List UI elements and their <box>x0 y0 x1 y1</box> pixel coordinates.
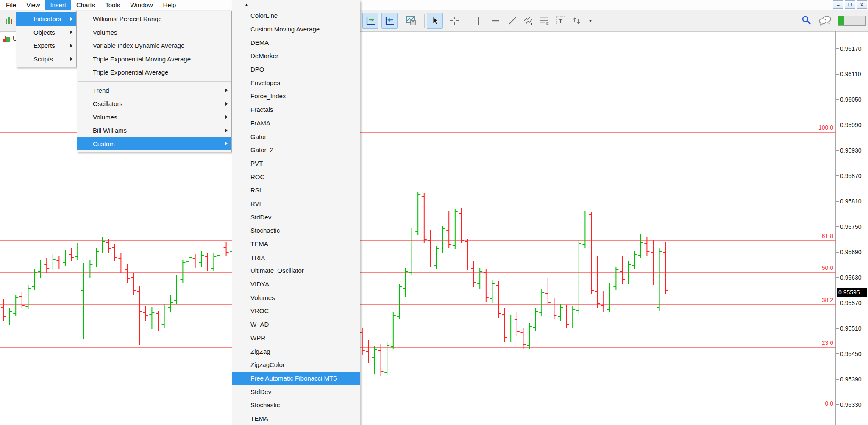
arrows-icon <box>571 15 582 26</box>
horizontal-line-button[interactable] <box>487 13 504 29</box>
custom-item-dpo[interactable]: DPO <box>232 63 360 76</box>
indicators-item-variable-index-dynamic-average[interactable]: Variable Index Dynamic Average <box>77 39 231 53</box>
chart-shift-button[interactable] <box>362 13 378 29</box>
scroll-up-icon[interactable]: ▲ <box>232 0 360 9</box>
custom-item-frama-label: FrAMA <box>250 119 270 127</box>
indicators-group-volumes[interactable]: Volumes <box>77 111 231 124</box>
custom-item-fractals[interactable]: Fractals <box>232 103 360 117</box>
custom-item-stddev-label: StdDev <box>250 214 271 221</box>
arrows-dropdown-icon[interactable]: ▼ <box>588 19 593 23</box>
mt5-window: 100.061.850.038.223.60.00.961700.961100.… <box>0 0 868 425</box>
menu-charts[interactable]: Charts <box>71 0 100 10</box>
insert-menu-item-indicators[interactable]: Indicators <box>16 12 76 26</box>
insert-menu-item-objects[interactable]: Objects <box>16 26 76 39</box>
search-button[interactable] <box>798 13 815 29</box>
indicators-group-oscillators-label: Oscillators <box>93 100 122 107</box>
chat-button[interactable] <box>817 13 833 29</box>
custom-item-free-automatic-fibonacci-mt5[interactable]: Free Automatic Fibonacci MT5 <box>232 372 360 385</box>
custom-item-pvt[interactable]: PVT <box>232 157 360 170</box>
svg-text:0.95330: 0.95330 <box>840 401 862 408</box>
custom-item-gator[interactable]: Gator <box>232 130 360 143</box>
custom-item-stddev[interactable]: StdDev <box>232 385 360 398</box>
custom-item-tema[interactable]: TEMA <box>232 412 360 425</box>
custom-item-rsi[interactable]: RSI <box>232 183 360 197</box>
custom-item-vroc[interactable]: VROC <box>232 304 360 318</box>
custom-item-wpr[interactable]: WPR <box>232 331 360 345</box>
minimize-button[interactable]: – <box>833 0 843 9</box>
svg-text:T: T <box>559 17 562 25</box>
indicators-group-bill-williams[interactable]: Bill Williams <box>77 124 231 137</box>
indicators-group-volumes-label: Volumes <box>93 114 117 121</box>
new-chart-button[interactable] <box>1 13 17 29</box>
custom-item-stddev[interactable]: StdDev <box>232 210 360 224</box>
custom-item-custom-moving-average[interactable]: Custom Moving Average <box>232 22 360 36</box>
menu-tools[interactable]: Tools <box>100 0 125 10</box>
custom-item-colorline[interactable]: ColorLine <box>232 9 360 22</box>
indicators-item-triple-exponential-average[interactable]: Triple Exponential Average <box>77 66 231 79</box>
menu-file[interactable]: File <box>1 0 21 10</box>
menu-view[interactable]: View <box>21 0 45 10</box>
insert-menu-item-scripts[interactable]: Scripts <box>16 53 76 66</box>
menu-insert[interactable]: Insert <box>45 0 71 10</box>
fibonacci-retracement-button[interactable]: F <box>537 13 553 29</box>
custom-item-zigzag[interactable]: ZigZag <box>232 344 360 358</box>
custom-item-zigzagcolor-label: ZigzagColor <box>250 361 285 368</box>
custom-item-envelopes[interactable]: Envelopes <box>232 76 360 89</box>
custom-item-roc[interactable]: ROC <box>232 170 360 183</box>
custom-item-force-index-label: Force_Index <box>250 92 286 100</box>
restore-button[interactable]: ❐ <box>845 0 855 9</box>
custom-item-rvi[interactable]: RVI <box>232 197 360 211</box>
indicators-item-williams-percent-range[interactable]: Williams' Percent Range <box>77 12 231 26</box>
custom-item-stochastic[interactable]: Stochastic <box>232 224 360 237</box>
custom-item-tema[interactable]: TEMA <box>232 237 360 251</box>
vertical-line-button[interactable] <box>470 13 487 29</box>
custom-item-stochastic[interactable]: Stochastic <box>232 398 360 412</box>
svg-text:0.95870: 0.95870 <box>840 172 862 179</box>
custom-item-ultimate-oscillator[interactable]: Ultimate_Oscillator <box>232 264 360 278</box>
custom-item-force-index[interactable]: Force_Index <box>232 89 360 103</box>
menu-bar: FileViewInsertChartsToolsWindowHelp – ❐ … <box>0 0 868 10</box>
custom-item-trix[interactable]: TRIX <box>232 250 360 264</box>
custom-item-vidya-label: VIDYA <box>250 281 269 288</box>
insert-menu-item-experts[interactable]: Experts <box>16 39 76 53</box>
indicators-item-williams-percent-range-label: Williams' Percent Range <box>93 15 162 22</box>
custom-item-vidya[interactable]: VIDYA <box>232 278 360 291</box>
equidistant-channel-button[interactable]: E <box>520 13 537 29</box>
indicators-group-oscillators[interactable]: Oscillators <box>77 97 231 111</box>
arrows-button[interactable] <box>569 13 585 29</box>
auto-scroll-icon <box>384 15 395 26</box>
menu-help[interactable]: Help <box>158 0 181 10</box>
crosshair-button[interactable] <box>446 13 462 29</box>
custom-item-dema[interactable]: DEMA <box>232 36 360 49</box>
custom-indicator-list: ColorLineCustom Moving AverageDEMADeMark… <box>232 9 360 425</box>
svg-text:50.0: 50.0 <box>822 264 833 271</box>
custom-item-zigzag-label: ZigZag <box>250 348 270 355</box>
custom-indicators-submenu: ▲ ColorLineCustom Moving AverageDEMADeMa… <box>232 0 360 425</box>
auto-scroll-button[interactable] <box>381 13 398 29</box>
indicators-group-trend[interactable]: Trend <box>77 84 231 97</box>
custom-item-w-ad[interactable]: W_AD <box>232 318 360 331</box>
custom-item-volumes[interactable]: Volumes <box>232 291 360 304</box>
indicators-group-custom[interactable]: Custom <box>77 137 231 151</box>
custom-item-frama[interactable]: FrAMA <box>232 117 360 130</box>
indicators-item-volumes[interactable]: Volumes <box>77 26 231 39</box>
trendline-button[interactable] <box>504 13 520 29</box>
custom-item-gator-2[interactable]: Gator_2 <box>232 143 360 157</box>
submenu-arrow-icon <box>225 128 228 133</box>
custom-item-free-automatic-fibonacci-mt5-label: Free Automatic Fibonacci MT5 <box>250 375 337 382</box>
custom-item-roc-label: ROC <box>250 173 264 181</box>
new-chart-icon <box>4 16 14 25</box>
submenu-arrow-icon <box>225 142 228 146</box>
text-label-button[interactable]: T <box>553 13 569 29</box>
custom-item-stddev-label: StdDev <box>250 388 271 395</box>
menu-window[interactable]: Window <box>125 0 158 10</box>
svg-text:0.96170: 0.96170 <box>840 45 862 52</box>
chart-template-button[interactable] <box>403 13 419 29</box>
custom-item-zigzagcolor[interactable]: ZigzagColor <box>232 358 360 372</box>
cursor-button[interactable] <box>427 13 443 29</box>
custom-item-stochastic-label: Stochastic <box>250 401 280 408</box>
custom-item-demarker[interactable]: DeMarker <box>232 49 360 63</box>
close-button[interactable]: ✕ <box>857 0 867 9</box>
submenu-arrow-icon <box>70 57 72 61</box>
indicators-item-triple-exponential-moving-average[interactable]: Triple Exponential Moving Average <box>77 53 231 66</box>
